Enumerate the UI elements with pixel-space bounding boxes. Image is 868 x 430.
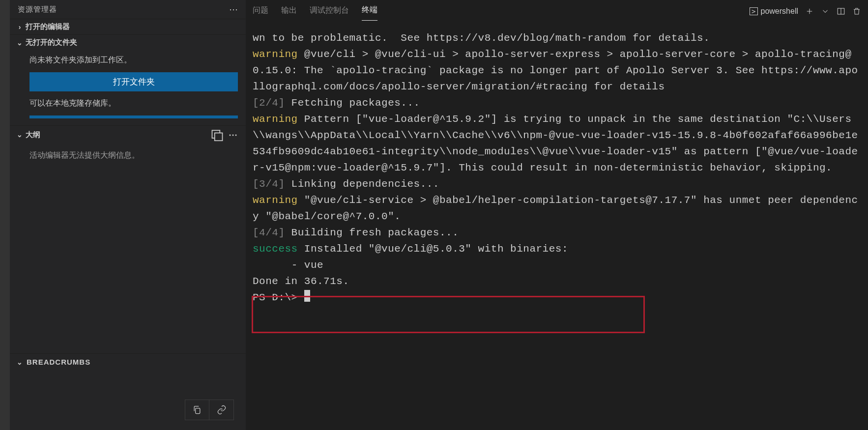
open-editors-header[interactable]: › 打开的编辑器 (10, 19, 246, 34)
chevron-right-icon: › (16, 23, 24, 31)
open-editors-section: › 打开的编辑器 (10, 19, 246, 34)
terminal-line: Building fresh packages... (285, 227, 459, 238)
terminal-shell-icon: > (750, 7, 757, 15)
copy-icon[interactable] (185, 400, 209, 420)
no-folder-body: 尚未将文件夹添加到工作区。 打开文件夹 可以在本地克隆存储库。 (10, 50, 246, 125)
terminal-output[interactable]: wn to be problematic. See https://v8.dev… (246, 21, 868, 430)
step-label: [3/4] (253, 178, 285, 190)
no-folder-header[interactable]: ⌄ 无打开的文件夹 (10, 35, 246, 50)
outline-body: 活动编辑器无法提供大纲信息。 (10, 143, 246, 168)
no-folder-section: ⌄ 无打开的文件夹 尚未将文件夹添加到工作区。 打开文件夹 可以在本地克隆存储库… (10, 34, 246, 125)
terminal-line: Fetching packages... (285, 97, 420, 109)
svg-rect-1 (215, 133, 223, 141)
link-icon[interactable] (209, 400, 234, 420)
explorer-title: 资源管理器 (18, 5, 57, 14)
terminal-line: Linking dependencies... (285, 178, 439, 190)
sidebar-header: 资源管理器 ⋯ (10, 0, 246, 19)
tab-problems[interactable]: 问题 (253, 2, 268, 21)
terminal-line: Pattern ["vue-loader@^15.9.2"] is trying… (253, 114, 858, 173)
svg-rect-2 (196, 408, 200, 414)
activity-bar (0, 0, 10, 430)
open-editors-label: 打开的编辑器 (26, 22, 70, 31)
step-label: [4/4] (253, 227, 285, 238)
tab-terminal[interactable]: 终端 (362, 2, 377, 21)
prompt: PS D:\> (253, 292, 304, 303)
outline-header[interactable]: ⌄ 大纲 ⋯ (10, 126, 246, 143)
breadcrumbs-icons (10, 370, 246, 430)
terminal-line: wn to be problematic. See https://v8.dev… (253, 32, 710, 44)
chevron-down-icon: ⌄ (16, 358, 24, 366)
chevron-down-icon: ⌄ (16, 131, 24, 139)
terminal-line: Installed "@vue/cli@5.0.3" with binaries… (298, 243, 568, 255)
no-folder-message: 尚未将文件夹添加到工作区。 (29, 55, 238, 65)
more-icon[interactable]: ⋯ (229, 4, 238, 15)
outline-label: 大纲 (26, 130, 40, 140)
warning-label: warning (253, 195, 298, 206)
split-terminal-icon[interactable] (837, 7, 845, 16)
terminal-line: Done in 36.71s. (253, 276, 349, 287)
more-icon[interactable]: ⋯ (226, 129, 240, 141)
clone-button-strip[interactable] (29, 115, 238, 118)
shell-indicator[interactable]: > powershell (750, 7, 798, 16)
tab-output[interactable]: 输出 (281, 2, 297, 21)
terminal-line: @vue/cli > @vue/cli-ui > apollo-server-e… (253, 49, 858, 92)
outline-empty-message: 活动编辑器无法提供大纲信息。 (29, 150, 238, 161)
breadcrumbs-label: BREADCRUMBS (27, 358, 90, 366)
sidebar: 资源管理器 ⋯ › 打开的编辑器 ⌄ 无打开的文件夹 尚未将文件夹添加到工作区。… (10, 0, 246, 430)
clone-repo-message: 可以在本地克隆存储库。 (29, 98, 238, 109)
no-folder-label: 无打开的文件夹 (26, 38, 77, 47)
tab-debug-console[interactable]: 调试控制台 (310, 2, 349, 21)
shell-name: powershell (761, 7, 798, 16)
panel-tabs: 问题 输出 调试控制台 终端 > powershell (246, 0, 868, 21)
terminal-line: "@vue/cli-service > @babel/helper-compil… (253, 195, 858, 222)
open-folder-button[interactable]: 打开文件夹 (29, 72, 238, 91)
warning-label: warning (253, 49, 298, 60)
warning-label: warning (253, 114, 298, 125)
breadcrumbs-section: ⌄ BREADCRUMBS (10, 353, 246, 430)
panel-actions: > powershell (750, 7, 861, 16)
terminal-dropdown-icon[interactable] (821, 7, 830, 16)
chevron-down-icon: ⌄ (16, 39, 24, 47)
outline-section: ⌄ 大纲 ⋯ 活动编辑器无法提供大纲信息。 (10, 125, 246, 168)
trash-icon[interactable] (852, 7, 861, 16)
new-terminal-icon[interactable] (805, 7, 814, 16)
collapse-icon[interactable] (210, 129, 224, 141)
cursor (304, 290, 310, 302)
main-panel: 问题 输出 调试控制台 终端 > powershell wn to be pro… (246, 0, 868, 430)
step-label: [2/4] (253, 97, 285, 109)
breadcrumbs-header[interactable]: ⌄ BREADCRUMBS (10, 354, 246, 370)
terminal-line: - vue (253, 259, 323, 271)
success-label: success (253, 243, 298, 255)
